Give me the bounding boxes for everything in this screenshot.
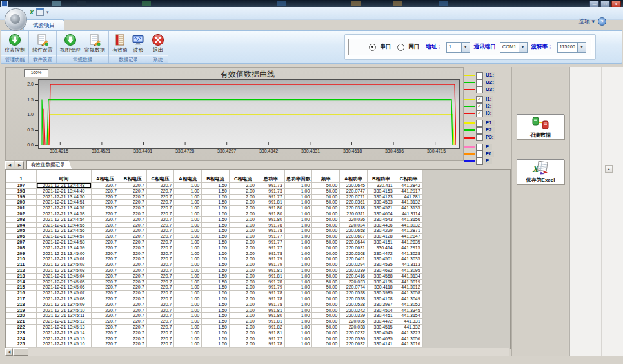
value-cell[interactable]: 441.332 bbox=[395, 325, 423, 330]
value-cell[interactable]: 1.00 bbox=[174, 341, 202, 347]
value-cell[interactable]: 220.7 bbox=[119, 228, 147, 234]
value-cell[interactable]: 1.00 bbox=[285, 296, 313, 302]
value-cell[interactable]: 1.00 bbox=[174, 228, 202, 234]
value-cell[interactable]: 441.3154 bbox=[395, 313, 423, 319]
time-cell[interactable]: 2021-12-21 13:45:06 bbox=[37, 285, 92, 291]
value-cell[interactable]: 441.3052 bbox=[395, 302, 423, 308]
value-cell[interactable]: 1.50 bbox=[202, 341, 230, 347]
value-cell[interactable]: 1.50 bbox=[202, 274, 230, 280]
value-cell[interactable]: 330.4504 bbox=[368, 308, 395, 314]
column-header[interactable]: C相电流 bbox=[230, 175, 257, 183]
time-cell[interactable]: 2021-12-21 13:45:00 bbox=[37, 251, 92, 257]
time-cell[interactable]: 2021-12-21 13:44:57 bbox=[37, 234, 92, 240]
row-number-cell[interactable]: 221 bbox=[6, 319, 37, 325]
value-cell[interactable]: 1.00 bbox=[174, 285, 202, 291]
window-quick-icon[interactable] bbox=[36, 8, 44, 16]
value-cell[interactable]: 50.00 bbox=[312, 195, 340, 200]
value-cell[interactable]: 2.00 bbox=[230, 206, 257, 211]
value-cell[interactable]: 441.3056 bbox=[395, 336, 423, 342]
value-cell[interactable]: 220.0329 bbox=[340, 313, 368, 319]
value-cell[interactable]: 220.7 bbox=[92, 296, 119, 302]
value-cell[interactable]: 1.00 bbox=[285, 200, 313, 206]
row-number-cell[interactable]: 222 bbox=[6, 325, 37, 330]
value-cell[interactable]: 220.0747 bbox=[340, 189, 368, 195]
row-number-cell[interactable]: 219 bbox=[6, 308, 37, 314]
value-cell[interactable]: 220.0771 bbox=[340, 195, 368, 200]
value-cell[interactable]: 1.00 bbox=[285, 330, 313, 336]
value-cell[interactable]: 330.4604 bbox=[368, 211, 395, 217]
row-number-cell[interactable]: 208 bbox=[6, 245, 37, 251]
row-number-cell[interactable]: 201 bbox=[6, 206, 37, 211]
value-cell[interactable]: 1.00 bbox=[285, 302, 313, 308]
value-cell[interactable]: 1.00 bbox=[174, 308, 202, 314]
value-cell[interactable]: 330.4141 bbox=[368, 341, 395, 347]
tab-scroll-right-icon[interactable]: ▶ bbox=[15, 161, 24, 169]
value-cell[interactable]: 220.7 bbox=[92, 274, 119, 280]
value-cell[interactable]: 1.50 bbox=[202, 291, 230, 296]
column-header[interactable]: B相功率 bbox=[368, 175, 395, 183]
row-number-cell[interactable]: 200 bbox=[6, 200, 37, 206]
row-number-cell[interactable]: 204 bbox=[6, 223, 37, 229]
value-cell[interactable]: 2.00 bbox=[230, 234, 257, 240]
value-cell[interactable]: 1.00 bbox=[174, 200, 202, 206]
tab-scroll-left-icon[interactable]: ◀ bbox=[5, 161, 14, 169]
row-number-cell[interactable]: 197 bbox=[6, 183, 37, 189]
value-cell[interactable]: 1.50 bbox=[202, 262, 230, 268]
spacer-cell[interactable] bbox=[257, 170, 285, 175]
legend-checkbox[interactable] bbox=[476, 86, 483, 93]
value-cell[interactable]: 50.00 bbox=[312, 274, 340, 280]
value-cell[interactable]: 50.00 bbox=[312, 341, 340, 347]
value-cell[interactable]: 1.00 bbox=[285, 183, 313, 189]
value-cell[interactable]: 2.00 bbox=[230, 268, 257, 274]
value-cell[interactable]: 220.7 bbox=[119, 189, 147, 195]
value-cell[interactable]: 1.00 bbox=[174, 336, 202, 342]
time-cell[interactable]: 2021-12-21 13:44:55 bbox=[37, 223, 92, 229]
software-settings-button[interactable]: 软件设置 bbox=[31, 32, 54, 55]
value-cell[interactable]: 220.0242 bbox=[340, 308, 368, 314]
time-cell[interactable]: 2021-12-21 13:44:54 bbox=[37, 217, 92, 223]
value-cell[interactable]: 220.0401 bbox=[340, 256, 368, 262]
value-cell[interactable]: 50.00 bbox=[312, 336, 340, 342]
value-cell[interactable]: 2.00 bbox=[230, 262, 257, 268]
value-cell[interactable]: 220.7 bbox=[92, 262, 119, 268]
value-cell[interactable]: 220.7 bbox=[92, 313, 119, 319]
value-cell[interactable]: 220.0232 bbox=[340, 330, 368, 336]
network-port-radio[interactable] bbox=[397, 44, 404, 51]
value-cell[interactable]: 1.50 bbox=[202, 280, 230, 285]
value-cell[interactable]: 991.77 bbox=[257, 240, 285, 245]
value-cell[interactable]: 991.77 bbox=[257, 195, 285, 200]
value-cell[interactable]: 50.00 bbox=[312, 302, 340, 308]
value-cell[interactable]: 220.7 bbox=[147, 330, 175, 336]
time-cell[interactable]: 2021-12-21 13:45:01 bbox=[37, 256, 92, 262]
value-cell[interactable]: 220.7 bbox=[147, 189, 175, 195]
value-cell[interactable]: 220.0631 bbox=[340, 245, 368, 251]
value-cell[interactable]: 50.00 bbox=[312, 313, 340, 319]
excel-quick-icon[interactable]: X bbox=[30, 9, 34, 15]
legend-checkbox[interactable] bbox=[476, 120, 483, 127]
value-cell[interactable]: 1.00 bbox=[174, 291, 202, 296]
legend-checkbox[interactable] bbox=[476, 72, 483, 79]
value-cell[interactable]: 50.00 bbox=[312, 285, 340, 291]
row-number-cell[interactable]: 212 bbox=[6, 268, 37, 274]
value-cell[interactable]: 991.78 bbox=[257, 296, 285, 302]
row-number-cell[interactable]: 217 bbox=[6, 296, 37, 302]
value-cell[interactable]: 220.7 bbox=[147, 291, 175, 296]
value-cell[interactable]: 220.7 bbox=[92, 200, 119, 206]
qat-dropdown-icon[interactable]: ▾ bbox=[46, 10, 49, 15]
value-cell[interactable]: 220.0318 bbox=[340, 206, 368, 211]
value-cell[interactable]: 220.7 bbox=[92, 195, 119, 200]
value-cell[interactable]: 220.7 bbox=[92, 319, 119, 325]
value-cell[interactable]: 220.7 bbox=[119, 319, 147, 325]
value-cell[interactable]: 220.0294 bbox=[340, 262, 368, 268]
value-cell[interactable]: 441.281 bbox=[395, 195, 423, 200]
value-cell[interactable]: 220.7 bbox=[119, 223, 147, 229]
value-cell[interactable]: 330.4545 bbox=[368, 330, 395, 336]
value-cell[interactable]: 50.00 bbox=[312, 206, 340, 211]
value-cell[interactable]: 1.00 bbox=[174, 296, 202, 302]
value-cell[interactable]: 2.00 bbox=[230, 223, 257, 229]
value-cell[interactable]: 1.00 bbox=[174, 234, 202, 240]
value-cell[interactable]: 330.4108 bbox=[368, 296, 395, 302]
spacer-cell[interactable] bbox=[174, 170, 202, 175]
value-cell[interactable]: 330.4501 bbox=[368, 256, 395, 262]
time-cell[interactable]: 2021-12-21 13:45:15 bbox=[37, 336, 92, 342]
